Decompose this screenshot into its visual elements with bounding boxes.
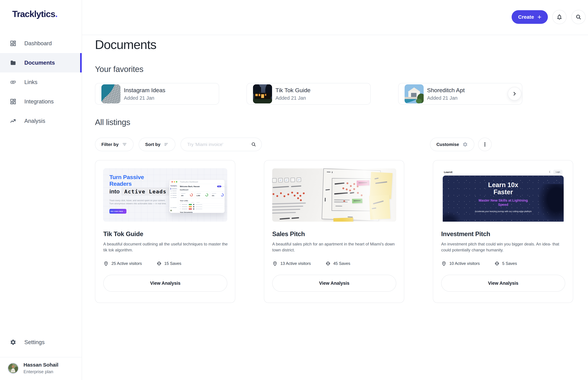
saves-stat: 5 Saves <box>494 261 517 266</box>
favorite-thumbnail <box>253 84 272 103</box>
listings-controls: Filter by Sort by <box>95 138 574 151</box>
brand-dot: . <box>55 9 57 19</box>
traffic-light-red <box>171 181 173 183</box>
traffic-light-yellow <box>174 181 175 183</box>
gear-icon <box>10 339 16 345</box>
sidebar: Tracklytics. Dashboard Documents <box>0 0 82 380</box>
search-button[interactable] <box>571 10 586 24</box>
tree-silhouette <box>443 211 461 222</box>
favorites-next-button[interactable] <box>508 87 521 100</box>
bell-icon <box>556 14 563 20</box>
view-analysis-button[interactable]: View Analysis <box>272 275 396 292</box>
kebab-icon <box>482 142 487 147</box>
main-content: Documents Your favorites <box>95 35 574 303</box>
listing-title: Tik Tok Guide <box>103 230 227 238</box>
favorite-card-shoreditch-apt[interactable]: Shoreditch Apt Added 21 Jan <box>398 83 522 105</box>
listings-search <box>181 138 262 151</box>
favorite-title: Tik Tok Guide <box>275 87 310 94</box>
trending-up-icon <box>10 118 16 124</box>
location-pin-icon <box>441 261 447 266</box>
search-icon <box>575 14 582 20</box>
view-analysis-button[interactable]: View Analysis <box>441 275 565 292</box>
favorite-added-date: Added 21 Jan <box>427 95 465 101</box>
dashboard-icon <box>10 40 16 47</box>
sidebar-divider <box>0 357 82 357</box>
user-profile[interactable]: Hassan Sohail Enterprise plan <box>7 362 58 374</box>
search-icon <box>251 142 256 147</box>
document-preview-image: ✓ ✓ ✓ <box>272 168 396 222</box>
favorite-card-instagram-ideas[interactable]: Instagram Ideas Added 21 Jan <box>95 83 219 105</box>
gear-icon <box>462 142 468 147</box>
sidebar-item-settings[interactable]: Settings <box>0 333 82 352</box>
highlighted-text: Active Leads <box>122 188 169 195</box>
filter-by-button[interactable]: Filter by <box>95 138 133 151</box>
listing-description: An investment pitch that could win you b… <box>441 241 569 253</box>
saves-icon <box>494 261 499 266</box>
sort-icon <box>164 142 169 147</box>
sidebar-item-label: Documents <box>24 59 55 66</box>
notifications-button[interactable] <box>552 10 567 24</box>
favorites-heading: Your favorites <box>95 64 574 74</box>
brand-name: Tracklytics <box>12 9 55 19</box>
listing-title: Sales Pitch <box>272 230 396 238</box>
favorite-title: Shoreditch Apt <box>427 87 465 94</box>
listing-stats: 25 Active visitors 15 Saves <box>103 261 227 266</box>
page-title: Documents <box>95 38 574 52</box>
sidebar-item-integrations[interactable]: Integrations <box>0 92 82 111</box>
listings-grid: Turn Passive Readers into Active Leads T… <box>95 160 574 303</box>
sidebar-item-documents[interactable]: Documents <box>0 53 82 73</box>
favorite-thumbnail <box>101 84 120 103</box>
view-analysis-button[interactable]: View Analysis <box>103 275 227 292</box>
search-input[interactable] <box>187 142 250 147</box>
try-for-free-button: TRY FOR FREE → <box>109 209 126 214</box>
favorite-added-date: Added 21 Jan <box>275 95 310 101</box>
pink-sticky-note <box>357 180 369 186</box>
sort-by-button[interactable]: Sort by <box>139 138 175 151</box>
more-options-button[interactable] <box>478 138 492 151</box>
traffic-light-green <box>176 181 177 183</box>
listing-card-investment-pitch[interactable]: LearnX ☾ Login Learn 10x Faster <box>433 160 573 303</box>
sidebar-item-analysis[interactable]: Analysis <box>0 111 82 131</box>
saves-icon <box>325 261 331 266</box>
login-chip: Login <box>553 170 563 174</box>
yellow-sticky-note <box>369 195 390 220</box>
window-title: TrackLytics Dashboard <box>180 181 198 183</box>
sidebar-item-links[interactable]: Links <box>0 73 82 92</box>
listing-description: A beautiful document outlining all the u… <box>103 241 231 253</box>
user-meta: Hassan Sohail Enterprise plan <box>23 362 58 374</box>
create-button[interactable]: Create + <box>512 10 548 24</box>
header-actions: Create + <box>512 10 586 24</box>
customise-label: Customise <box>436 142 459 147</box>
brand-logo: Tracklytics. <box>12 9 57 19</box>
preview-app-window: TrackLytics Dashboard Tracklytics. <box>169 180 225 213</box>
favorite-card-tik-tok-guide[interactable]: Tik Tok Guide Added 21 Jan <box>247 83 371 105</box>
sidebar-item-dashboard[interactable]: Dashboard <box>0 34 82 53</box>
sidebar-nav: Dashboard Documents Links <box>0 34 82 131</box>
sidebar-item-label: Analysis <box>24 118 45 124</box>
avatar-illustration <box>8 363 18 373</box>
saves-icon <box>156 261 162 266</box>
location-pin-icon <box>272 261 278 266</box>
preview-headline: Turn Passive <box>109 174 169 180</box>
moon-icon: ☾ <box>549 171 551 173</box>
listing-card-sales-pitch[interactable]: ✓ ✓ ✓ <box>264 160 404 303</box>
active-visitors-stat: 25 Active visitors <box>103 261 142 266</box>
learnx-logo: LearnX <box>444 171 453 173</box>
user-name: Hassan Sohail <box>23 362 58 368</box>
favorites-row: Instagram Ideas Added 21 Jan <box>95 83 574 105</box>
document-preview-image: LearnX ☾ Login Learn 10x Faster <box>441 168 565 222</box>
location-pin-icon <box>103 261 109 266</box>
plus-icon: + <box>537 14 541 20</box>
listing-card-tik-tok-guide[interactable]: Turn Passive Readers into Active Leads T… <box>95 160 235 303</box>
yellow-sticky-note <box>333 218 353 222</box>
avatar <box>7 363 19 374</box>
filter-icon <box>122 142 127 147</box>
sidebar-item-label: Settings <box>24 339 45 345</box>
whiteboard-inner-page <box>332 178 372 211</box>
app: Tracklytics. Dashboard Documents <box>0 0 588 380</box>
filter-by-label: Filter by <box>101 142 119 147</box>
favorite-title: Instagram Ideas <box>124 87 165 94</box>
listings-heading: All listings <box>95 117 574 127</box>
customise-button[interactable]: Customise <box>430 138 474 151</box>
saves-stat: 15 Saves <box>156 261 181 266</box>
